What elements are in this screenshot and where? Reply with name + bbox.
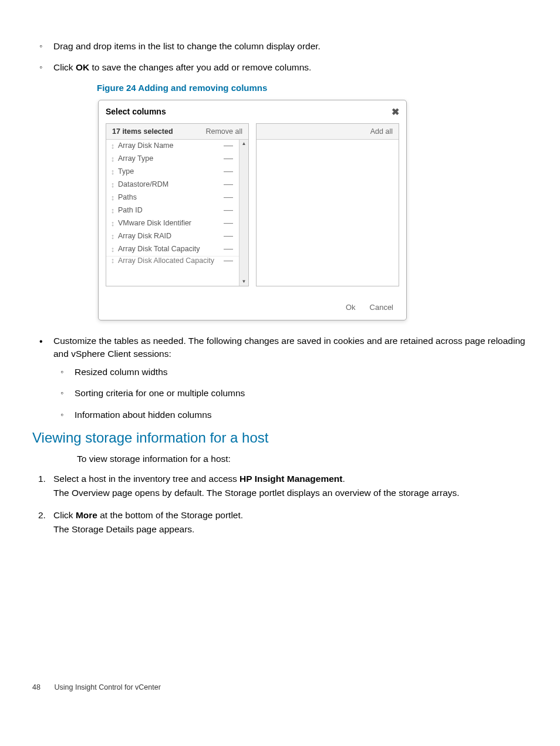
- item-label: Array Disk Total Capacity: [117, 245, 221, 253]
- list-item[interactable]: ↕Datastore/RDM—: [106, 178, 239, 191]
- drag-handle-icon[interactable]: ↕: [109, 180, 117, 189]
- sub-text-post: to save the changes after you add or rem…: [89, 62, 311, 72]
- sub-text: Resized column widths: [75, 367, 168, 377]
- selected-columns-pane: 17 items selected Remove all ↕Array Disk…: [106, 123, 249, 286]
- dialog-title: Select columns: [106, 107, 166, 116]
- list-item[interactable]: ↕Array Disk RAID—: [106, 230, 239, 243]
- sub-text-bold: OK: [76, 62, 89, 72]
- step-text-post: .: [342, 474, 345, 484]
- remove-icon[interactable]: —: [221, 246, 235, 252]
- remove-icon[interactable]: —: [221, 156, 235, 161]
- drag-handle-icon[interactable]: ↕: [109, 206, 117, 215]
- sub-item: Resized column widths: [53, 366, 528, 379]
- remove-icon[interactable]: —: [221, 258, 235, 264]
- page-number: 48: [32, 683, 52, 691]
- step-item: 2. Click More at the bottom of the Stora…: [32, 508, 528, 536]
- page-footer: 48 Using Insight Control for vCenter: [32, 683, 528, 691]
- sub-item: Click OK to save the changes after you a…: [32, 61, 528, 74]
- cancel-button[interactable]: Cancel: [370, 303, 393, 312]
- select-columns-dialog: Select columns ✖ 17 items selected Remov…: [98, 100, 407, 320]
- item-label: Array Disk Name: [117, 141, 221, 150]
- remove-icon[interactable]: —: [221, 168, 235, 174]
- intro-text: To view storage information for a host:: [77, 452, 528, 465]
- item-label: Array Disk RAID: [117, 232, 221, 240]
- step-text-post: at the bottom of the Storage portlet.: [97, 510, 243, 520]
- item-label: Path ID: [117, 206, 221, 214]
- item-label: Type: [117, 167, 221, 175]
- list-item[interactable]: ↕Array Disk Total Capacity—: [106, 243, 239, 256]
- sub-text: Information about hidden columns: [75, 410, 212, 420]
- top-sub-list: Drag and drop items in the list to chang…: [32, 40, 528, 75]
- list-item[interactable]: ↕Array Disk Name—: [106, 140, 239, 153]
- sub-item: Drag and drop items in the list to chang…: [32, 40, 528, 53]
- list-item[interactable]: ↕VMware Disk Identifier—: [106, 217, 239, 230]
- remove-icon[interactable]: —: [221, 194, 235, 200]
- bullet-text: Customize the tables as needed. The foll…: [53, 336, 525, 359]
- section-heading: Viewing storage information for a host: [32, 430, 528, 446]
- bullet-item: Customize the tables as needed. The foll…: [32, 335, 528, 421]
- scrollbar[interactable]: ▲ ▼: [239, 140, 248, 286]
- item-label: VMware Disk Identifier: [117, 219, 221, 227]
- step-text-line2: The Storage Details page appears.: [53, 524, 194, 534]
- remove-icon[interactable]: —: [221, 220, 235, 226]
- step-text-line2: The Overview page opens by default. The …: [53, 488, 460, 498]
- step-number: 1.: [38, 472, 46, 486]
- step-item: 1. Select a host in the inventory tree a…: [32, 472, 528, 500]
- remove-all-link[interactable]: Remove all: [205, 127, 242, 136]
- sub-text: Drag and drop items in the list to chang…: [53, 41, 321, 51]
- step-text-bold: HP Insight Management: [239, 474, 342, 484]
- figure-caption: Figure 24 Adding and removing columns: [97, 83, 528, 93]
- column-items-list: ↕Array Disk Name— ↕Array Type— ↕Type— ↕D…: [106, 140, 239, 286]
- steps-list: 1. Select a host in the inventory tree a…: [32, 472, 528, 536]
- remove-icon[interactable]: —: [221, 143, 235, 148]
- scroll-down-icon[interactable]: ▼: [240, 278, 248, 286]
- available-columns-pane: Add all: [256, 123, 399, 286]
- step-text-pre: Select a host in the inventory tree and …: [53, 474, 239, 484]
- item-label: Datastore/RDM: [117, 180, 221, 188]
- sub-text-pre: Click: [53, 62, 76, 72]
- drag-handle-icon[interactable]: ↕: [109, 193, 117, 202]
- remove-icon[interactable]: —: [221, 181, 235, 187]
- sub-item: Information about hidden columns: [53, 409, 528, 421]
- item-label: Array Type: [117, 154, 221, 163]
- list-item[interactable]: ↕Path ID—: [106, 204, 239, 217]
- sub-item: Sorting criteria for one or multiple col…: [53, 387, 528, 400]
- step-number: 2.: [38, 508, 46, 522]
- list-item[interactable]: ↕Type—: [106, 166, 239, 178]
- drag-handle-icon[interactable]: ↕: [109, 256, 117, 265]
- step-text-pre: Click: [53, 510, 76, 520]
- sub-text: Sorting criteria for one or multiple col…: [75, 388, 245, 398]
- list-item[interactable]: ↕Array Disk Allocated Capacity—: [106, 256, 239, 265]
- drag-handle-icon[interactable]: ↕: [109, 219, 117, 228]
- customize-list: Customize the tables as needed. The foll…: [32, 335, 528, 421]
- drag-handle-icon[interactable]: ↕: [109, 245, 117, 254]
- selected-count-label: 17 items selected: [112, 127, 173, 136]
- list-item[interactable]: ↕Paths—: [106, 191, 239, 204]
- list-item[interactable]: ↕Array Type—: [106, 153, 239, 166]
- remove-icon[interactable]: —: [221, 207, 235, 213]
- remove-icon[interactable]: —: [221, 233, 235, 239]
- close-icon[interactable]: ✖: [392, 106, 399, 117]
- drag-handle-icon[interactable]: ↕: [109, 232, 117, 241]
- drag-handle-icon[interactable]: ↕: [109, 154, 117, 163]
- footer-title: Using Insight Control for vCenter: [54, 683, 160, 691]
- ok-button[interactable]: Ok: [346, 303, 356, 312]
- add-all-link[interactable]: Add all: [370, 127, 393, 136]
- step-text-bold: More: [76, 510, 97, 520]
- scroll-up-icon[interactable]: ▲: [240, 140, 248, 148]
- item-label: Paths: [117, 193, 221, 201]
- drag-handle-icon[interactable]: ↕: [109, 141, 117, 150]
- item-label: Array Disk Allocated Capacity: [117, 256, 221, 265]
- drag-handle-icon[interactable]: ↕: [109, 167, 117, 176]
